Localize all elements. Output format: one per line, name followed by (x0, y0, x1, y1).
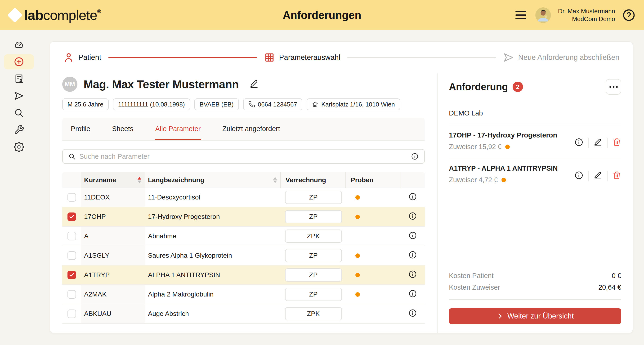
tab-profile[interactable]: Profile (70, 118, 91, 140)
verrechnung-button[interactable]: ZP (285, 191, 342, 204)
verrechnung-button[interactable]: ZPK (285, 307, 342, 320)
row-info-icon[interactable] (408, 309, 417, 319)
sidebar-item-dashboard[interactable] (4, 37, 34, 52)
app-logo[interactable]: labcomplete® (10, 7, 100, 23)
tab-alle-parameter[interactable]: Alle Parameter (155, 118, 201, 140)
avatar-photo-graphic (535, 7, 551, 23)
order-item: A1TRYP - ALPHA 1 ANTITRYPSIN Zuweiser 4,… (449, 158, 621, 191)
sidebar-item-new-request[interactable] (4, 54, 34, 69)
cell-kurzname: A2MAK (81, 285, 145, 304)
sidebar-item-search[interactable] (4, 105, 34, 120)
row-info-icon[interactable] (408, 231, 417, 241)
table-row[interactable]: 17OHP 17-Hydroxy Progesteron ZP (62, 207, 425, 227)
panel-divider (449, 299, 621, 300)
cell-kurzname: A1SGLY (81, 246, 145, 265)
row-checkbox[interactable] (68, 232, 76, 240)
cell-kurzname: A (81, 227, 145, 246)
sample-dot (356, 253, 360, 258)
cell-kurzname: A1TRYP (81, 266, 145, 285)
search-info-icon[interactable] (411, 153, 418, 160)
badge-age: M 25,6 Jahre (62, 98, 109, 110)
step-abschliessen[interactable]: Neue Anforderung abschließen (503, 52, 620, 63)
row-checkbox[interactable] (68, 251, 76, 260)
logo-diamond-icon (7, 7, 22, 23)
sidebar-item-settings[interactable] (4, 139, 34, 155)
step-parameterauswahl[interactable]: Parameterauswahl (264, 52, 340, 63)
sample-dot (505, 145, 510, 149)
verrechnung-button[interactable]: ZP (285, 210, 342, 223)
row-info-icon[interactable] (408, 289, 417, 300)
order-menu-button[interactable] (606, 79, 621, 95)
step-connector-done (108, 57, 257, 58)
cost-zuweiser-label: Kosten Zuweiser (449, 284, 500, 291)
wizard-stepper: Patient Parameterauswahl Neue Anforderun… (50, 42, 633, 73)
row-checkbox-checked[interactable] (68, 213, 76, 221)
row-checkbox-checked[interactable] (68, 271, 76, 279)
table-row[interactable]: A Abnahme ZPK (62, 227, 425, 246)
order-item: 17OHP - 17-Hydroxy Progesteron Zuweiser … (449, 125, 621, 158)
header-langbezeichnung[interactable]: Langbezeichnung (145, 172, 281, 188)
edit-patient-button[interactable] (249, 79, 259, 89)
row-info-icon[interactable] (408, 212, 417, 222)
cost-patient-row: Kosten Patient 0 € (449, 272, 621, 280)
verrechnung-button[interactable]: ZP (285, 249, 342, 262)
order-panel-title: Anforderung (449, 81, 508, 92)
verrechnung-button[interactable]: ZPK (285, 230, 342, 243)
verrechnung-button[interactable]: ZP (285, 268, 342, 282)
document-user-icon (14, 74, 24, 84)
plus-circle-icon (14, 56, 24, 67)
search-input[interactable] (79, 153, 407, 160)
item-delete-icon[interactable] (612, 138, 621, 148)
sort-kurzname-icon[interactable] (138, 177, 141, 183)
item-edit-icon[interactable] (593, 138, 602, 148)
table-row[interactable]: ABKUAU Auge Abstrich ZPK (62, 304, 425, 324)
home-icon (312, 101, 318, 108)
lab-name: DEMO Lab (449, 109, 621, 117)
sort-langbezeichnung-icon[interactable] (273, 177, 277, 183)
cell-langbezeichnung: Saures Alpha 1 Glykoprotein (145, 246, 281, 265)
step-connector-todo (347, 57, 496, 58)
search-icon (68, 153, 76, 160)
search-icon (14, 108, 24, 118)
step-patient[interactable]: Patient (63, 52, 101, 63)
order-items: 17OHP - 17-Hydroxy Progesteron Zuweiser … (449, 125, 621, 191)
item-delete-icon[interactable] (612, 171, 621, 181)
row-info-icon[interactable] (408, 270, 417, 280)
row-checkbox[interactable] (68, 290, 76, 299)
cost-patient-value: 0 € (612, 272, 621, 280)
settings-gear-icon (14, 142, 24, 152)
table-row[interactable]: A1SGLY Saures Alpha 1 Glykoprotein ZP (62, 246, 425, 266)
table-row[interactable]: A1TRYP ALPHA 1 ANTITRYPSIN ZP (62, 266, 425, 285)
help-icon[interactable] (622, 8, 636, 22)
sidebar-item-send[interactable] (4, 88, 34, 103)
sample-dot (356, 273, 360, 277)
sidebar-item-tools[interactable] (4, 122, 34, 137)
table-row[interactable]: 11DEOX 11-Desoxycortisol ZP (62, 188, 425, 207)
cost-patient-label: Kosten Patient (449, 272, 494, 280)
cell-kurzname: 17OHP (81, 207, 145, 226)
hamburger-menu-icon[interactable] (514, 9, 528, 21)
order-count-badge: 2 (512, 82, 523, 92)
cell-langbezeichnung: Alpha 2 Makroglobulin (145, 285, 281, 304)
weiter-zur-uebersicht-button[interactable]: Weiter zur Übersicht (449, 308, 621, 324)
row-checkbox[interactable] (68, 193, 76, 202)
step-label: Parameterauswahl (279, 53, 340, 62)
table-row[interactable]: A2MAK Alpha 2 Makroglobulin ZP (62, 285, 425, 304)
sidebar-item-patient-records[interactable] (4, 71, 34, 86)
main-card: Patient Parameterauswahl Neue Anforderun… (50, 41, 633, 333)
item-info-icon[interactable] (574, 171, 584, 181)
row-checkbox[interactable] (68, 310, 76, 318)
verrechnung-button[interactable]: ZP (285, 288, 342, 301)
tab-zuletzt-angefordert[interactable]: Zuletzt angefordert (222, 118, 280, 140)
order-item-price: Zuweiser 4,72 € (449, 176, 498, 184)
item-info-icon[interactable] (574, 138, 584, 148)
parameter-search[interactable] (62, 149, 425, 164)
header-kurzname[interactable]: Kurzname (81, 172, 145, 188)
user-avatar[interactable] (535, 7, 551, 23)
sample-dot (356, 292, 360, 297)
order-panel: Anforderung 2 DEMO Lab 17OHP - 17-Hydrox… (437, 73, 633, 333)
row-info-icon[interactable] (408, 251, 417, 261)
tab-sheets[interactable]: Sheets (112, 118, 134, 140)
item-edit-icon[interactable] (593, 171, 602, 181)
row-info-icon[interactable] (408, 192, 417, 203)
